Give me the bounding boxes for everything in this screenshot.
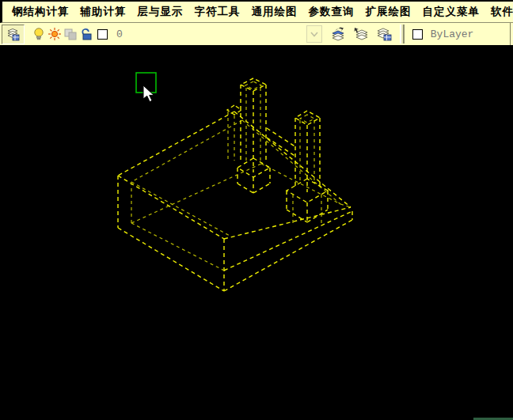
layer-toolbar: 0 [0, 23, 513, 45]
layer-previous-icon [330, 26, 346, 42]
menu-item-8[interactable]: 自定义菜单 [417, 5, 486, 19]
current-color-value[interactable]: ByLayer [431, 28, 474, 40]
toolbar-edge-sliver [510, 23, 513, 45]
lightbulb-icon[interactable] [31, 26, 47, 42]
current-layer-name[interactable]: 0 [116, 28, 123, 40]
wireframe-edge [131, 120, 242, 182]
wireframe-edge [224, 211, 352, 271]
menu-item-3[interactable]: 层与显示 [132, 5, 189, 19]
wireframe-edge [131, 182, 230, 236]
wireframe-face [295, 111, 320, 125]
wireframe-edge [224, 207, 351, 239]
layer-states-icon [353, 26, 369, 42]
wireframe-edge [267, 128, 296, 147]
menu-item-1[interactable]: 钢结构计算 [6, 5, 75, 19]
cad-application-window: 钢结构计算辅助计算层与显示字符工具通用绘图参数查询扩展绘图自定义菜单软件设 [0, 0, 513, 420]
mouse-cursor [143, 85, 154, 102]
chevron-down-icon[interactable] [306, 25, 322, 43]
freeze-icon[interactable] [63, 26, 78, 42]
layer-properties-icon [376, 26, 392, 42]
wireframe-edge [118, 228, 224, 291]
wireframe-edge [131, 164, 261, 223]
make-object-layer-current-icon [6, 26, 21, 42]
make-object-layer-current-button[interactable] [2, 25, 25, 44]
menu-item-6[interactable]: 参数查询 [303, 5, 360, 19]
wireframe-edge [118, 112, 234, 176]
toolbar-separator [400, 25, 405, 44]
menu-item-7[interactable]: 扩展绘图 [360, 5, 417, 19]
color-swatch-white[interactable] [410, 26, 426, 42]
menu-item-9[interactable]: 软件设 [485, 5, 513, 19]
wireframe-edge [224, 220, 352, 291]
wireframe-drawing[interactable] [0, 45, 513, 420]
layer-tools-group [327, 25, 396, 44]
layer-previous-button[interactable] [327, 25, 350, 44]
wireframe-edge [253, 184, 270, 193]
wireframe-face [241, 78, 266, 91]
layer-state-group: 0 [31, 26, 123, 42]
wireframe-edge [340, 204, 351, 207]
layer-states-button[interactable] [350, 25, 373, 44]
padlock-icon[interactable] [78, 26, 94, 42]
layer-properties-button[interactable] [373, 25, 396, 44]
drawing-area[interactable] [0, 45, 513, 420]
wireframe-face [227, 105, 241, 115]
wireframe-edge [238, 184, 253, 193]
menubar: 钢结构计算辅助计算层与显示字符工具通用绘图参数查询扩展绘图自定义菜单软件设 [0, 0, 513, 23]
layer-color-swatch[interactable] [94, 26, 110, 42]
menu-item-4[interactable]: 字符工具 [189, 5, 246, 19]
wireframe-edge [118, 176, 224, 239]
sun-icon[interactable] [47, 26, 63, 42]
menu-item-2[interactable]: 辅助计算 [75, 5, 132, 19]
menu-item-5[interactable]: 通用绘图 [246, 5, 303, 19]
